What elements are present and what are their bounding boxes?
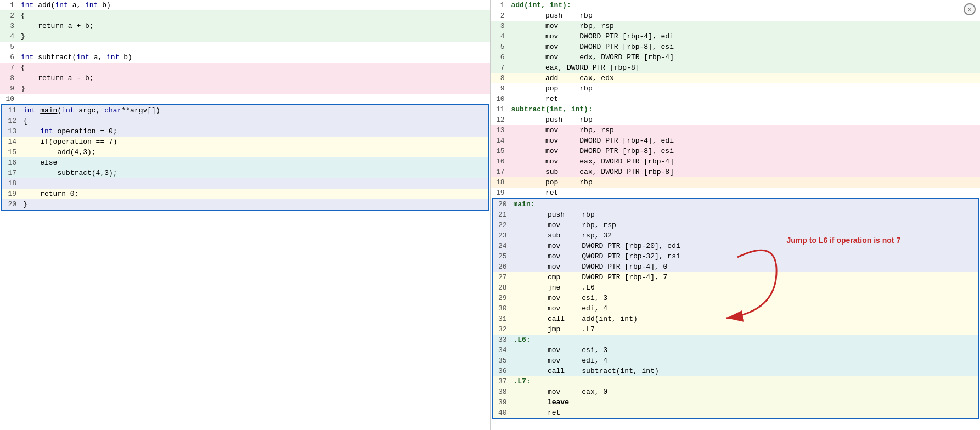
right-panel: ✕ 1 add(int, int): 2 push rbp 3 mov rbp,… <box>491 0 981 430</box>
r-line-31: 31 call add(int, int) <box>493 314 978 324</box>
r-content-20: main: <box>511 199 978 210</box>
line-num-l7: 7 <box>0 63 19 73</box>
line-content-l5 <box>19 42 490 52</box>
r-linenum-27: 27 <box>493 272 511 282</box>
r-line-35: 35 mov edi, 4 <box>493 355 978 366</box>
r-line-19: 19 ret <box>491 188 981 198</box>
line-content-l18 <box>21 178 488 189</box>
r-line-15: 15 mov DWORD PTR [rbp-8], esi <box>491 146 981 156</box>
main-block-right: 20 main: 21 push rbp 22 mov rbp, rsp 23 … <box>492 198 979 419</box>
r-content-11: subtract(int, int): <box>509 104 981 115</box>
r-content-36: call subtract(int, int) <box>511 366 978 376</box>
r-linenum-28: 28 <box>493 282 511 293</box>
r-content-23: sub rsp, 32 <box>511 230 978 241</box>
right-code-container: 1 add(int, int): 2 push rbp 3 mov rbp, r… <box>491 0 981 430</box>
line-content-l7: { <box>19 63 490 73</box>
r-content-18: pop rbp <box>509 177 981 188</box>
line-num-l14: 14 <box>2 137 21 147</box>
r-linenum-39: 39 <box>493 397 511 408</box>
r-content-10: ret <box>509 94 981 104</box>
r-linenum-16: 16 <box>491 156 509 167</box>
r-linenum-24: 24 <box>493 241 511 251</box>
r-content-7: eax, DWORD PTR [rbp-8] <box>509 63 981 73</box>
r-content-34: mov esi, 3 <box>511 345 978 355</box>
r-line-12: 12 push rbp <box>491 115 981 125</box>
r-line-38: 38 mov eax, 0 <box>493 387 978 397</box>
r-linenum-26: 26 <box>493 262 511 272</box>
r-content-8: add eax, edx <box>509 73 981 83</box>
r-line-1: 1 add(int, int): <box>491 0 981 10</box>
r-line-30: 30 mov edi, 4 <box>493 303 978 314</box>
r-line-2: 2 push rbp <box>491 10 981 21</box>
line-num-l10: 10 <box>0 94 19 104</box>
r-line-22: 22 mov rbp, rsp <box>493 220 978 230</box>
r-linenum-2: 2 <box>491 10 509 21</box>
r-linenum-8: 8 <box>491 73 509 83</box>
r-linenum-35: 35 <box>493 355 511 366</box>
r-linenum-17: 17 <box>491 167 509 177</box>
line-num-l4: 4 <box>0 31 19 42</box>
r-content-21: push rbp <box>511 210 978 220</box>
r-content-29: mov esi, 3 <box>511 293 978 303</box>
r-line-13: 13 mov rbp, rsp <box>491 125 981 135</box>
close-button[interactable]: ✕ <box>964 3 976 15</box>
r-content-31: call add(int, int) <box>511 314 978 324</box>
code-line-l12: 12 { <box>2 116 488 126</box>
r-linenum-32: 32 <box>493 324 511 335</box>
code-line-l16: 16 else <box>2 157 488 168</box>
line-num-l16: 16 <box>2 157 21 168</box>
line-content-l15: add(4,3); <box>21 147 488 157</box>
r-content-2: push rbp <box>509 10 981 21</box>
r-line-5: 5 mov DWORD PTR [rbp-8], esi <box>491 42 981 52</box>
r-content-16: mov eax, DWORD PTR [rbp-4] <box>509 156 981 167</box>
r-line-4: 4 mov DWORD PTR [rbp-4], edi <box>491 31 981 42</box>
code-line-l2: 2 { <box>0 10 490 21</box>
r-line-28: 28 jne .L6 <box>493 282 978 293</box>
r-line-23: 23 sub rsp, 32 <box>493 230 978 241</box>
r-linenum-12: 12 <box>491 115 509 125</box>
r-linenum-36: 36 <box>493 366 511 376</box>
r-linenum-15: 15 <box>491 146 509 156</box>
main-block-left: 11 int main(int argc, char**argv[]) 12 {… <box>1 104 489 211</box>
code-line-l17: 17 subtract(4,3); <box>2 168 488 178</box>
line-content-l16: else <box>21 157 488 168</box>
line-content-l9: } <box>19 83 490 94</box>
r-line-32: 32 jmp .L7 <box>493 324 978 335</box>
r-linenum-11: 11 <box>491 104 509 115</box>
line-content-l6: int subtract(int a, int b) <box>19 52 490 63</box>
code-line-l19: 19 return 0; <box>2 189 488 199</box>
r-line-14: 14 mov DWORD PTR [rbp-4], edi <box>491 135 981 146</box>
r-linenum-6: 6 <box>491 52 509 63</box>
code-line-l14: 14 if(operation == 7) <box>2 137 488 147</box>
r-linenum-40: 40 <box>493 408 511 418</box>
r-linenum-38: 38 <box>493 387 511 397</box>
r-line-27: 27 cmp DWORD PTR [rbp-4], 7 <box>493 272 978 282</box>
line-content-l10 <box>19 94 490 104</box>
r-line-24: 24 mov DWORD PTR [rbp-20], edi <box>493 241 978 251</box>
r-linenum-19: 19 <box>491 188 509 198</box>
r-content-19: ret <box>509 188 981 198</box>
line-num-l18: 18 <box>2 178 21 189</box>
r-content-24: mov DWORD PTR [rbp-20], edi <box>511 241 978 251</box>
line-num-l19: 19 <box>2 189 21 199</box>
r-linenum-7: 7 <box>491 63 509 73</box>
r-line-3: 3 mov rbp, rsp <box>491 21 981 31</box>
code-line-l6: 6 int subtract(int a, int b) <box>0 52 490 63</box>
r-linenum-33: 33 <box>493 335 511 345</box>
r-line-17: 17 sub eax, DWORD PTR [rbp-8] <box>491 167 981 177</box>
r-content-35: mov edi, 4 <box>511 355 978 366</box>
r-content-4: mov DWORD PTR [rbp-4], edi <box>509 31 981 42</box>
r-content-33: .L6: <box>511 335 978 345</box>
r-linenum-30: 30 <box>493 303 511 314</box>
line-content-l20: } <box>21 199 488 210</box>
line-num-l11: 11 <box>2 105 21 116</box>
r-line-9: 9 pop rbp <box>491 83 981 94</box>
r-linenum-37: 37 <box>493 376 511 387</box>
r-linenum-14: 14 <box>491 135 509 146</box>
line-content-l12: { <box>21 116 488 126</box>
r-linenum-13: 13 <box>491 125 509 135</box>
r-line-34: 34 mov esi, 3 <box>493 345 978 355</box>
r-line-18: 18 pop rbp <box>491 177 981 188</box>
line-num-l3: 3 <box>0 21 19 31</box>
r-line-39: 39 leave <box>493 397 978 408</box>
